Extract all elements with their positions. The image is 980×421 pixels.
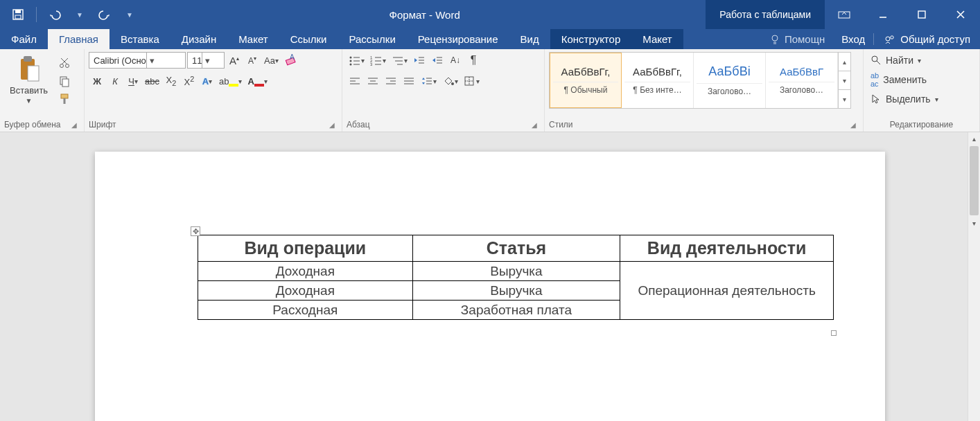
tab-mailings[interactable]: Рассылки bbox=[338, 29, 406, 49]
tab-table-design[interactable]: Конструктор bbox=[550, 29, 632, 49]
tell-me[interactable]: Помощн bbox=[761, 33, 833, 45]
borders-button[interactable]: ▾ bbox=[462, 73, 482, 89]
superscript-button[interactable]: X2 bbox=[181, 73, 198, 89]
bullets-button[interactable]: ▾ bbox=[347, 52, 367, 69]
dialog-launcher-icon[interactable]: ◢ bbox=[532, 121, 540, 129]
table-cell[interactable]: Выручка bbox=[412, 262, 620, 281]
align-right-button[interactable] bbox=[383, 73, 399, 89]
dialog-launcher-icon[interactable]: ◢ bbox=[71, 121, 80, 129]
undo-dropdown[interactable]: ▼ bbox=[70, 0, 89, 29]
change-case-button[interactable]: Aa▾ bbox=[262, 52, 281, 69]
style-heading2[interactable]: АаБбВвГ Заголово… bbox=[766, 53, 838, 108]
bold-button[interactable]: Ж bbox=[89, 73, 105, 89]
document-page[interactable]: ✥ Вид операции Статья Вид деятельности Д… bbox=[95, 152, 885, 421]
font-color-button[interactable]: A▾ bbox=[245, 73, 269, 89]
tab-table-layout[interactable]: Макет bbox=[631, 29, 683, 49]
redo-button[interactable] bbox=[91, 0, 119, 29]
tab-layout[interactable]: Макет bbox=[227, 29, 279, 49]
replace-button[interactable]: abac Заменить bbox=[870, 71, 938, 88]
vertical-scrollbar[interactable]: ▴ ▾ bbox=[968, 132, 980, 421]
ribbon-display-options[interactable] bbox=[825, 0, 864, 29]
gallery-scroll: ▴ ▾ ▾ bbox=[838, 53, 850, 108]
align-center-icon bbox=[367, 75, 379, 87]
share-button[interactable]: Общий доступ bbox=[873, 33, 980, 45]
table-move-handle[interactable]: ✥ bbox=[191, 226, 200, 236]
tab-home[interactable]: Главная bbox=[48, 29, 110, 49]
grow-font-button[interactable]: A▴ bbox=[226, 52, 243, 69]
scroll-down-button[interactable]: ▾ bbox=[968, 217, 980, 229]
numbering-icon: 123 bbox=[370, 55, 383, 66]
gallery-more[interactable]: ▾ bbox=[839, 90, 850, 108]
document-area[interactable]: ✥ Вид операции Статья Вид деятельности Д… bbox=[0, 132, 980, 421]
paste-button[interactable]: Вставить ▼ bbox=[4, 52, 53, 118]
styles-gallery[interactable]: АаБбВвГг, ¶ Обычный АаБбВвГг, ¶ Без инте… bbox=[549, 52, 851, 109]
clear-formatting-button[interactable]: A bbox=[282, 52, 300, 69]
tab-insert[interactable]: Вставка bbox=[110, 29, 170, 49]
dialog-launcher-icon[interactable]: ◢ bbox=[850, 121, 859, 129]
table-cell[interactable]: Доходная bbox=[198, 262, 413, 281]
font-name-combo[interactable]: Calibri (Осно▾ bbox=[89, 52, 186, 69]
scroll-up-button[interactable]: ▴ bbox=[968, 132, 980, 145]
sort-button[interactable]: A↓ bbox=[447, 52, 464, 69]
align-right-icon bbox=[385, 75, 397, 87]
tab-view[interactable]: Вид bbox=[509, 29, 550, 49]
line-spacing-button[interactable]: ▾ bbox=[419, 73, 439, 89]
chevron-down-icon[interactable]: ▾ bbox=[146, 53, 157, 68]
numbering-button[interactable]: 123▾ bbox=[368, 52, 388, 69]
tab-design[interactable]: Дизайн bbox=[170, 29, 227, 49]
qat-customize[interactable]: ▼ bbox=[120, 0, 139, 29]
subscript-button[interactable]: X2 bbox=[163, 73, 180, 89]
style-no-spacing[interactable]: АаБбВвГг, ¶ Без инте… bbox=[622, 53, 694, 108]
svg-rect-21 bbox=[62, 79, 69, 87]
format-painter-button[interactable] bbox=[56, 91, 73, 107]
table-resize-handle[interactable] bbox=[831, 330, 837, 336]
gallery-scroll-down[interactable]: ▾ bbox=[839, 71, 850, 90]
chevron-down-icon[interactable]: ▾ bbox=[202, 53, 213, 68]
table-cell-merged[interactable]: Операционная деятельность bbox=[620, 262, 834, 320]
svg-point-26 bbox=[350, 57, 352, 59]
undo-button[interactable] bbox=[41, 0, 69, 29]
table-cell[interactable]: Заработная плата bbox=[412, 301, 620, 320]
table-header-cell[interactable]: Вид операции bbox=[198, 235, 413, 262]
underline-button[interactable]: Ч▾ bbox=[125, 73, 141, 89]
text-effects-button[interactable]: A▾ bbox=[199, 73, 216, 89]
close-button[interactable] bbox=[941, 0, 980, 29]
ribbon-tabbar: Файл Главная Вставка Дизайн Макет Ссылки… bbox=[0, 29, 980, 49]
align-center-button[interactable] bbox=[365, 73, 381, 89]
table-cell[interactable]: Выручка bbox=[412, 281, 620, 301]
style-heading1[interactable]: АаБбВі Заголово… bbox=[694, 53, 766, 108]
tab-review[interactable]: Рецензирование bbox=[407, 29, 509, 49]
tab-references[interactable]: Ссылки bbox=[279, 29, 338, 49]
signin-button[interactable]: Вход bbox=[833, 33, 873, 45]
increase-indent-button[interactable] bbox=[429, 52, 446, 69]
align-left-button[interactable] bbox=[347, 73, 363, 89]
font-size-combo[interactable]: 11▾ bbox=[187, 52, 225, 69]
document-table[interactable]: Вид операции Статья Вид деятельности Дох… bbox=[198, 235, 834, 320]
show-marks-button[interactable]: ¶ bbox=[465, 52, 482, 69]
dialog-launcher-icon[interactable]: ◢ bbox=[329, 121, 338, 129]
underline-icon: Ч bbox=[128, 76, 134, 87]
table-cell[interactable]: Доходная bbox=[198, 281, 413, 301]
tab-file[interactable]: Файл bbox=[0, 29, 48, 49]
find-button[interactable]: Найти ▾ bbox=[870, 52, 938, 69]
cut-button[interactable] bbox=[56, 55, 73, 71]
copy-button[interactable] bbox=[56, 73, 73, 89]
multilevel-button[interactable]: ▾ bbox=[390, 52, 410, 69]
scroll-thumb[interactable] bbox=[970, 146, 979, 215]
highlight-button[interactable]: ab▾ bbox=[217, 73, 244, 89]
minimize-button[interactable] bbox=[864, 0, 902, 29]
maximize-button[interactable] bbox=[902, 0, 941, 29]
select-button[interactable]: Выделить ▾ bbox=[870, 91, 938, 107]
strikethrough-button[interactable]: abc bbox=[143, 73, 161, 89]
style-normal[interactable]: АаБбВвГг, ¶ Обычный bbox=[550, 53, 622, 108]
shrink-font-button[interactable]: A▾ bbox=[244, 52, 261, 69]
table-header-cell[interactable]: Вид деятельности bbox=[620, 235, 834, 262]
decrease-indent-button[interactable] bbox=[411, 52, 428, 69]
table-header-cell[interactable]: Статья bbox=[412, 235, 620, 262]
shading-button[interactable]: ▾ bbox=[440, 73, 460, 89]
italic-button[interactable]: К bbox=[107, 73, 123, 89]
gallery-scroll-up[interactable]: ▴ bbox=[839, 53, 850, 71]
save-button[interactable] bbox=[4, 0, 32, 29]
justify-button[interactable] bbox=[401, 73, 417, 89]
table-cell[interactable]: Расходная bbox=[198, 301, 413, 320]
